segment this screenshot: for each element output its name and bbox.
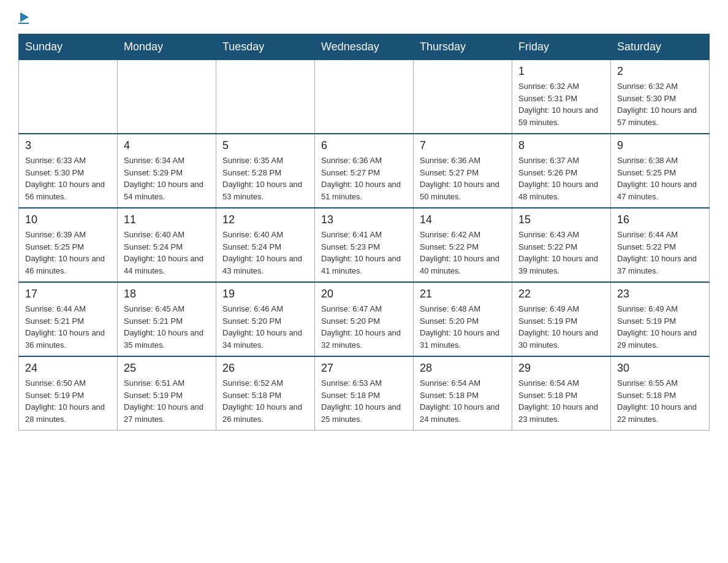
- calendar-table: SundayMondayTuesdayWednesdayThursdayFrid…: [18, 34, 710, 431]
- header-sunday: Sunday: [19, 34, 118, 60]
- calendar-cell: 17Sunrise: 6:44 AM Sunset: 5:21 PM Dayli…: [19, 282, 118, 356]
- calendar-cell: 8Sunrise: 6:37 AM Sunset: 5:26 PM Daylig…: [512, 134, 611, 208]
- day-info: Sunrise: 6:35 AM Sunset: 5:28 PM Dayligh…: [222, 155, 308, 202]
- day-info: Sunrise: 6:54 AM Sunset: 5:18 PM Dayligh…: [518, 377, 604, 425]
- day-number: 24: [25, 362, 111, 375]
- calendar-header-row: SundayMondayTuesdayWednesdayThursdayFrid…: [19, 34, 710, 60]
- day-number: 15: [518, 213, 604, 226]
- week-row-5: 24Sunrise: 6:50 AM Sunset: 5:19 PM Dayli…: [19, 356, 710, 431]
- logo-arrow-icon: [20, 12, 29, 22]
- calendar-cell: 24Sunrise: 6:50 AM Sunset: 5:19 PM Dayli…: [19, 356, 118, 431]
- day-info: Sunrise: 6:36 AM Sunset: 5:27 PM Dayligh…: [420, 155, 506, 202]
- calendar-cell: 23Sunrise: 6:49 AM Sunset: 5:19 PM Dayli…: [611, 282, 710, 356]
- calendar-cell: 28Sunrise: 6:54 AM Sunset: 5:18 PM Dayli…: [414, 356, 512, 431]
- day-info: Sunrise: 6:36 AM Sunset: 5:27 PM Dayligh…: [321, 155, 407, 202]
- calendar-cell: 3Sunrise: 6:33 AM Sunset: 5:30 PM Daylig…: [19, 134, 118, 208]
- week-row-2: 3Sunrise: 6:33 AM Sunset: 5:30 PM Daylig…: [19, 134, 710, 208]
- day-info: Sunrise: 6:44 AM Sunset: 5:22 PM Dayligh…: [617, 229, 703, 277]
- calendar-cell: 2Sunrise: 6:32 AM Sunset: 5:30 PM Daylig…: [611, 60, 710, 134]
- day-number: 16: [617, 213, 703, 226]
- calendar-cell: 1Sunrise: 6:32 AM Sunset: 5:31 PM Daylig…: [512, 60, 611, 134]
- day-number: 18: [124, 288, 210, 301]
- day-info: Sunrise: 6:33 AM Sunset: 5:30 PM Dayligh…: [25, 155, 111, 202]
- day-number: 26: [222, 362, 308, 375]
- day-info: Sunrise: 6:46 AM Sunset: 5:20 PM Dayligh…: [222, 303, 308, 351]
- day-number: 20: [321, 288, 407, 301]
- calendar-cell: 9Sunrise: 6:38 AM Sunset: 5:25 PM Daylig…: [611, 134, 710, 208]
- day-number: 22: [518, 288, 604, 301]
- day-info: Sunrise: 6:51 AM Sunset: 5:19 PM Dayligh…: [124, 377, 210, 425]
- day-info: Sunrise: 6:40 AM Sunset: 5:24 PM Dayligh…: [124, 229, 210, 277]
- day-number: 14: [420, 213, 506, 226]
- day-info: Sunrise: 6:47 AM Sunset: 5:20 PM Dayligh…: [321, 303, 407, 351]
- day-info: Sunrise: 6:38 AM Sunset: 5:25 PM Dayligh…: [617, 155, 703, 202]
- header-saturday: Saturday: [611, 34, 710, 60]
- logo-underline: [18, 23, 29, 24]
- day-info: Sunrise: 6:54 AM Sunset: 5:18 PM Dayligh…: [420, 377, 506, 425]
- day-info: Sunrise: 6:55 AM Sunset: 5:18 PM Dayligh…: [617, 377, 703, 425]
- day-info: Sunrise: 6:49 AM Sunset: 5:19 PM Dayligh…: [617, 303, 703, 351]
- day-number: 8: [518, 139, 604, 152]
- calendar-cell: [315, 60, 414, 134]
- calendar-cell: 13Sunrise: 6:41 AM Sunset: 5:23 PM Dayli…: [315, 208, 414, 282]
- day-info: Sunrise: 6:37 AM Sunset: 5:26 PM Dayligh…: [518, 155, 604, 202]
- day-info: Sunrise: 6:45 AM Sunset: 5:21 PM Dayligh…: [124, 303, 210, 351]
- day-number: 17: [25, 288, 111, 301]
- day-info: Sunrise: 6:42 AM Sunset: 5:22 PM Dayligh…: [420, 229, 506, 277]
- day-number: 10: [25, 213, 111, 226]
- day-number: 12: [222, 213, 308, 226]
- day-number: 9: [617, 139, 703, 152]
- calendar-cell: [414, 60, 512, 134]
- calendar-cell: 10Sunrise: 6:39 AM Sunset: 5:25 PM Dayli…: [19, 208, 118, 282]
- day-info: Sunrise: 6:44 AM Sunset: 5:21 PM Dayligh…: [25, 303, 111, 351]
- day-number: 29: [518, 362, 604, 375]
- day-number: 6: [321, 139, 407, 152]
- calendar-cell: 27Sunrise: 6:53 AM Sunset: 5:18 PM Dayli…: [315, 356, 414, 431]
- day-info: Sunrise: 6:32 AM Sunset: 5:31 PM Dayligh…: [518, 80, 604, 128]
- day-info: Sunrise: 6:40 AM Sunset: 5:24 PM Dayligh…: [222, 229, 308, 277]
- day-info: Sunrise: 6:48 AM Sunset: 5:20 PM Dayligh…: [420, 303, 506, 351]
- calendar-cell: 16Sunrise: 6:44 AM Sunset: 5:22 PM Dayli…: [611, 208, 710, 282]
- day-number: 23: [617, 288, 703, 301]
- calendar-cell: 15Sunrise: 6:43 AM Sunset: 5:22 PM Dayli…: [512, 208, 611, 282]
- calendar-cell: 14Sunrise: 6:42 AM Sunset: 5:22 PM Dayli…: [414, 208, 512, 282]
- logo: [18, 12, 29, 24]
- day-number: 2: [617, 65, 703, 78]
- day-info: Sunrise: 6:34 AM Sunset: 5:29 PM Dayligh…: [124, 155, 210, 202]
- calendar-cell: 30Sunrise: 6:55 AM Sunset: 5:18 PM Dayli…: [611, 356, 710, 431]
- day-number: 7: [420, 139, 506, 152]
- header-thursday: Thursday: [414, 34, 512, 60]
- day-number: 4: [124, 139, 210, 152]
- calendar-cell: 22Sunrise: 6:49 AM Sunset: 5:19 PM Dayli…: [512, 282, 611, 356]
- header-tuesday: Tuesday: [216, 34, 315, 60]
- day-info: Sunrise: 6:43 AM Sunset: 5:22 PM Dayligh…: [518, 229, 604, 277]
- calendar-cell: 12Sunrise: 6:40 AM Sunset: 5:24 PM Dayli…: [216, 208, 315, 282]
- day-number: 27: [321, 362, 407, 375]
- day-number: 3: [25, 139, 111, 152]
- day-info: Sunrise: 6:41 AM Sunset: 5:23 PM Dayligh…: [321, 229, 407, 277]
- day-number: 19: [222, 288, 308, 301]
- calendar-cell: 26Sunrise: 6:52 AM Sunset: 5:18 PM Dayli…: [216, 356, 315, 431]
- calendar-cell: 6Sunrise: 6:36 AM Sunset: 5:27 PM Daylig…: [315, 134, 414, 208]
- day-info: Sunrise: 6:39 AM Sunset: 5:25 PM Dayligh…: [25, 229, 111, 277]
- week-row-3: 10Sunrise: 6:39 AM Sunset: 5:25 PM Dayli…: [19, 208, 710, 282]
- calendar-cell: [118, 60, 216, 134]
- calendar-cell: 25Sunrise: 6:51 AM Sunset: 5:19 PM Dayli…: [118, 356, 216, 431]
- day-info: Sunrise: 6:52 AM Sunset: 5:18 PM Dayligh…: [222, 377, 308, 425]
- calendar-cell: 11Sunrise: 6:40 AM Sunset: 5:24 PM Dayli…: [118, 208, 216, 282]
- calendar-cell: [216, 60, 315, 134]
- day-number: 30: [617, 362, 703, 375]
- week-row-4: 17Sunrise: 6:44 AM Sunset: 5:21 PM Dayli…: [19, 282, 710, 356]
- day-number: 25: [124, 362, 210, 375]
- header-wednesday: Wednesday: [315, 34, 414, 60]
- day-info: Sunrise: 6:32 AM Sunset: 5:30 PM Dayligh…: [617, 80, 703, 128]
- day-number: 28: [420, 362, 506, 375]
- day-info: Sunrise: 6:50 AM Sunset: 5:19 PM Dayligh…: [25, 377, 111, 425]
- day-info: Sunrise: 6:53 AM Sunset: 5:18 PM Dayligh…: [321, 377, 407, 425]
- day-info: Sunrise: 6:49 AM Sunset: 5:19 PM Dayligh…: [518, 303, 604, 351]
- calendar-cell: [19, 60, 118, 134]
- calendar-cell: 29Sunrise: 6:54 AM Sunset: 5:18 PM Dayli…: [512, 356, 611, 431]
- calendar-cell: 20Sunrise: 6:47 AM Sunset: 5:20 PM Dayli…: [315, 282, 414, 356]
- day-number: 5: [222, 139, 308, 152]
- calendar-cell: 7Sunrise: 6:36 AM Sunset: 5:27 PM Daylig…: [414, 134, 512, 208]
